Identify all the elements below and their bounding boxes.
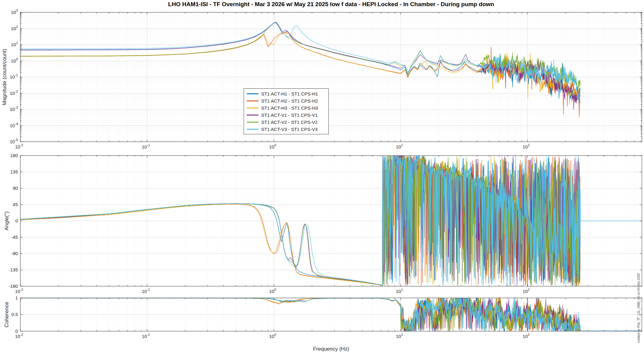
plots-svg: 10-210-110010110210310210110010-110-210-… — [0, 0, 644, 354]
x-tick-label: 100 — [269, 333, 276, 339]
x-tick-label: 10-2 — [15, 333, 23, 339]
x-tick-label: 100 — [269, 143, 276, 149]
x-tick-label: 10-2 — [15, 288, 23, 294]
x-tick-label: 102 — [522, 143, 530, 149]
x-tick-label: 102 — [522, 333, 530, 339]
x-tick-label: 100 — [269, 288, 276, 294]
y-tick-label: 103 — [11, 9, 18, 15]
x-tick-label: 10-1 — [142, 143, 150, 149]
legend-line-sample — [247, 122, 258, 123]
y-tick-label: 135 — [10, 169, 18, 174]
coherence-axis-label: Coherence — [4, 302, 10, 327]
angle-axis-label: Angle(°) — [4, 211, 10, 230]
figure-title: LHO HAM1-ISI - TF Overnight - Mar 3 2026… — [20, 1, 642, 8]
legend-line-sample — [247, 129, 258, 130]
y-tick-label: 10-1 — [10, 73, 18, 79]
credit-text: created by Plot_TF_L2L_HAM_ISI on 04-Mar… — [637, 273, 640, 343]
y-tick-label: 0.5 — [11, 312, 18, 317]
y-tick-label: -90 — [11, 251, 18, 256]
legend-entry-label: ST1 ACT-H1 - ST1 CPS-H1 — [261, 91, 318, 96]
phase-plot: 10-210-110010110218013590450-45-90-135-1… — [9, 153, 642, 294]
frequency-axis-label: Frequency (Hz) — [20, 346, 642, 352]
y-tick-label: -180 — [9, 283, 18, 289]
legend-entry-label: ST1 ACT-V2 - ST1 CPS-V2 — [261, 120, 318, 125]
y-tick-label: 10-3 — [10, 106, 18, 112]
y-tick-label: 45 — [13, 202, 18, 207]
y-tick-label: 180 — [10, 153, 18, 158]
legend-entry: ST1 ACT-V3 - ST1 CPS-V3 — [244, 126, 328, 133]
legend-entry: ST1 ACT-H3 - ST1 CPS-H3 — [244, 104, 328, 112]
y-tick-label: 10-4 — [10, 122, 18, 128]
x-tick-label: 101 — [396, 333, 403, 339]
x-tick-label: 101 — [396, 288, 403, 294]
x-tick-label: 10-1 — [142, 333, 150, 339]
legend-entry: ST1 ACT-V1 - ST1 CPS-V1 — [244, 112, 328, 119]
legend-box: ST1 ACT-H1 - ST1 CPS-H1ST1 ACT-H2 - ST1 … — [244, 88, 329, 134]
y-tick-label: -135 — [9, 267, 18, 272]
coherence-plot: 10-210-110010110210.50 — [11, 295, 642, 339]
legend-entry-label: ST1 ACT-V1 - ST1 CPS-V1 — [261, 112, 318, 118]
y-tick-label: 0 — [15, 218, 18, 223]
legend-entry-label: ST1 ACT-H2 - ST1 CPS-H2 — [261, 98, 318, 104]
legend-entry: ST1 ACT-H2 - ST1 CPS-H2 — [244, 97, 328, 104]
y-tick-label: 101 — [11, 41, 18, 47]
legend-entry: ST1 ACT-H1 - ST1 CPS-H1 — [244, 90, 328, 97]
x-tick-label: 102 — [522, 288, 530, 294]
legend-entry-label: ST1 ACT-H3 - ST1 CPS-H3 — [261, 105, 318, 111]
y-tick-label: 102 — [11, 25, 18, 31]
legend-entry: ST1 ACT-V2 - ST1 CPS-V2 — [244, 119, 328, 126]
legend-line-sample — [247, 100, 258, 101]
magnitude-axis-label: Magnitude (count/count) — [2, 49, 8, 105]
legend-entry-label: ST1 ACT-V3 - ST1 CPS-V3 — [261, 127, 318, 132]
y-tick-label: -45 — [11, 234, 18, 240]
legend-line-sample — [247, 108, 258, 108]
y-tick-label: 1 — [15, 295, 18, 300]
y-tick-label: 10-5 — [10, 138, 18, 144]
y-tick-label: 0 — [15, 328, 18, 334]
legend-line-sample — [247, 93, 258, 94]
x-tick-label: 101 — [396, 143, 403, 149]
x-tick-label: 10-2 — [15, 143, 23, 149]
y-tick-label: 100 — [11, 57, 18, 63]
legend-line-sample — [247, 115, 258, 116]
y-tick-label: 90 — [13, 185, 18, 191]
y-tick-label: 10-2 — [10, 90, 18, 96]
figure-canvas: 10-210-110010110210310210110010-110-210-… — [0, 0, 644, 354]
x-tick-label: 10-1 — [142, 288, 150, 294]
